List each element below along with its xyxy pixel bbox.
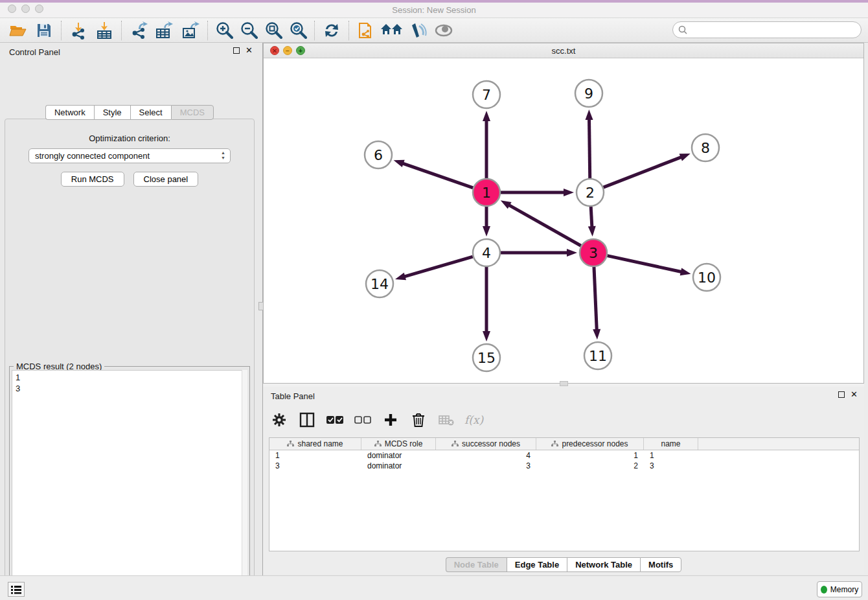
tab-mcds[interactable]: MCDS bbox=[171, 105, 214, 120]
export-network-icon bbox=[130, 21, 148, 40]
table-cell[interactable]: dominator bbox=[361, 461, 436, 471]
export-table-button[interactable] bbox=[152, 19, 177, 41]
column-header-name[interactable]: name bbox=[644, 438, 698, 450]
style-paint-button[interactable] bbox=[405, 19, 431, 41]
table-settings-button[interactable] bbox=[269, 410, 289, 430]
table-cell[interactable]: dominator bbox=[361, 450, 436, 461]
home-button[interactable] bbox=[379, 19, 405, 41]
toolbar-separator bbox=[61, 21, 62, 40]
refresh-layout-button[interactable] bbox=[319, 19, 345, 41]
dropdown-stepper-icon: ▲▼ bbox=[221, 150, 225, 161]
run-mcds-button[interactable]: Run MCDS bbox=[61, 172, 124, 187]
import-network-button[interactable] bbox=[65, 19, 91, 41]
table-row[interactable]: 3dominator323 bbox=[269, 461, 859, 471]
graph-node-label: 15 bbox=[477, 350, 496, 366]
delete-table-icon bbox=[439, 414, 454, 426]
zoom-in-button[interactable] bbox=[212, 19, 236, 41]
checked-boxes-icon bbox=[326, 415, 343, 424]
table-cell[interactable]: 3 bbox=[436, 461, 536, 471]
eye-button[interactable] bbox=[431, 19, 457, 41]
memory-button-label: Memory bbox=[830, 585, 858, 594]
table-cell[interactable]: 2 bbox=[536, 461, 644, 471]
horizontal-split-grip[interactable] bbox=[560, 381, 568, 386]
network-canvas[interactable]: 7968124314101511 bbox=[264, 58, 863, 383]
control-panel-tabs: NetworkStyleSelectMCDS bbox=[0, 105, 259, 120]
column-header-label: successor nodes bbox=[462, 439, 520, 448]
tab-style[interactable]: Style bbox=[94, 105, 130, 120]
tab-select[interactable]: Select bbox=[130, 105, 171, 120]
magnifier-check-icon bbox=[289, 21, 307, 40]
tab-network-table[interactable]: Network Table bbox=[567, 557, 640, 572]
close-panel-button[interactable]: Close panel bbox=[133, 172, 199, 187]
export-network-button[interactable] bbox=[126, 19, 152, 41]
control-panel-close-button[interactable]: ✕ bbox=[246, 47, 253, 54]
table-cell[interactable]: 1 bbox=[536, 450, 644, 461]
deselect-all-button[interactable] bbox=[353, 410, 372, 430]
node-table: shared nameMCDS rolesuccessor nodesprede… bbox=[269, 437, 860, 551]
column-header-shared-name[interactable]: shared name bbox=[269, 438, 361, 450]
network-view-window: ✕ − + scc.txt 7968124314101511 bbox=[263, 43, 864, 384]
toolbar-separator bbox=[207, 21, 208, 40]
table-header-row: shared nameMCDS rolesuccessor nodesprede… bbox=[269, 438, 859, 450]
graph-edge-2-8[interactable] bbox=[604, 157, 682, 187]
open-folder-icon bbox=[9, 23, 27, 38]
save-floppy-icon bbox=[36, 23, 52, 38]
table-row[interactable]: 1dominator411 bbox=[269, 450, 859, 461]
network-file-button[interactable] bbox=[353, 19, 379, 41]
column-header-predecessor-nodes[interactable]: predecessor nodes bbox=[536, 438, 644, 450]
column-layout-button[interactable] bbox=[297, 410, 317, 430]
select-all-button[interactable] bbox=[325, 410, 345, 430]
zoom-out-button[interactable] bbox=[236, 19, 261, 41]
column-tree-icon bbox=[287, 441, 294, 447]
table-panel-close-button[interactable]: ✕ bbox=[851, 391, 858, 398]
network-window-titlebar[interactable]: ✕ − + scc.txt bbox=[264, 43, 863, 58]
control-panel-float-button[interactable] bbox=[233, 47, 240, 54]
memory-button[interactable]: Memory bbox=[817, 581, 862, 597]
graph-edge-4-14[interactable] bbox=[404, 257, 472, 277]
column-header-mcds-role[interactable]: MCDS role bbox=[361, 438, 436, 450]
search-input[interactable] bbox=[691, 25, 856, 35]
graph-edge-3-11[interactable] bbox=[594, 267, 597, 330]
zoom-selected-button[interactable] bbox=[286, 19, 310, 41]
graph-edge-2-3[interactable] bbox=[591, 207, 592, 227]
mcds-result-line: 3 bbox=[16, 383, 244, 394]
table-cell[interactable]: 1 bbox=[269, 450, 361, 461]
table-panel-float-button[interactable] bbox=[838, 391, 845, 398]
column-tree-icon bbox=[374, 441, 382, 447]
zoom-fit-button[interactable] bbox=[261, 19, 286, 41]
show-panels-button[interactable] bbox=[8, 582, 25, 597]
table-cell[interactable]: 1 bbox=[644, 450, 698, 461]
graph-edge-arrowhead bbox=[567, 249, 577, 257]
add-column-button[interactable] bbox=[381, 410, 400, 430]
criterion-dropdown[interactable]: strongly connected component ▲▼ bbox=[29, 148, 231, 163]
magnifier-minus-icon bbox=[240, 21, 258, 40]
graph-edge-arrowhead bbox=[564, 189, 574, 196]
tab-edge-table[interactable]: Edge Table bbox=[507, 557, 567, 572]
export-image-button[interactable] bbox=[177, 19, 203, 41]
save-session-button[interactable] bbox=[31, 19, 57, 41]
column-tree-icon bbox=[451, 441, 459, 447]
graph-edge-3-1[interactable] bbox=[508, 205, 581, 246]
tab-motifs[interactable]: Motifs bbox=[640, 557, 681, 572]
graph-edge-arrowhead bbox=[501, 200, 512, 209]
graph-edge-1-6[interactable] bbox=[402, 163, 473, 188]
plus-icon bbox=[383, 413, 398, 427]
criterion-dropdown-value: strongly connected component bbox=[35, 151, 150, 161]
tab-node-table[interactable]: Node Table bbox=[446, 557, 507, 572]
graph-node-label: 10 bbox=[698, 270, 716, 286]
mcds-result-scrollbar[interactable] bbox=[242, 370, 247, 600]
table-cell[interactable]: 3 bbox=[269, 461, 361, 471]
graph-edge-2-9[interactable] bbox=[589, 119, 590, 178]
open-session-button[interactable] bbox=[5, 19, 31, 41]
delete-column-button[interactable] bbox=[409, 410, 428, 430]
mcds-result-textarea[interactable]: 13 bbox=[12, 370, 247, 600]
graph-edge-arrowhead bbox=[586, 110, 593, 120]
table-cell[interactable]: 4 bbox=[436, 450, 536, 461]
table-cell[interactable]: 3 bbox=[644, 461, 698, 471]
import-table-button[interactable] bbox=[91, 19, 117, 41]
graph-edge-3-10[interactable] bbox=[607, 256, 681, 272]
column-header-successor-nodes[interactable]: successor nodes bbox=[436, 438, 536, 450]
double-house-icon bbox=[381, 23, 403, 38]
graph-node-label: 4 bbox=[482, 245, 491, 261]
tab-network[interactable]: Network bbox=[45, 105, 94, 120]
